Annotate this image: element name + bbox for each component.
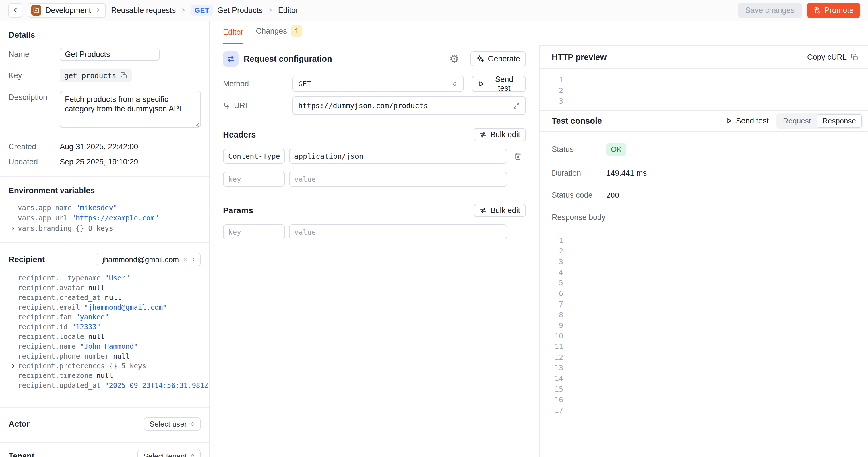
tenant-title: Tenant: [9, 452, 34, 457]
env-var-row: vars.app_url "https://example.com": [9, 213, 200, 223]
status-code-label: Status code: [552, 191, 606, 200]
environment-folder-icon: [31, 5, 41, 16]
save-changes-button[interactable]: Save changes: [738, 3, 802, 18]
status-label: Status: [552, 145, 606, 154]
request-config-icon: [223, 51, 239, 67]
json-line: 5: [552, 278, 858, 288]
curl-preview: 1 2 3: [539, 69, 868, 111]
name-input[interactable]: [60, 48, 160, 61]
breadcrumb-request-name[interactable]: Get Products: [217, 6, 262, 15]
generate-button[interactable]: Generate: [470, 51, 526, 66]
updated-value: Sep 25 2025, 19:10:29: [60, 158, 138, 166]
chevron-right-icon: [180, 7, 187, 13]
recipient-property-row: recipient.created_at null: [9, 293, 200, 303]
headers-rows: [223, 149, 526, 164]
request-response-toggle: Request Response: [776, 113, 863, 129]
recipient-property-row: recipient.email "jhammond@gmail.com": [9, 303, 200, 312]
json-line: 6: [552, 288, 858, 299]
recipient-property-row: recipient.fan "yankee": [9, 312, 200, 322]
json-line: 14: [552, 373, 858, 384]
sparkles-icon: [476, 55, 484, 63]
resize-handle-icon[interactable]: [194, 122, 199, 127]
environment-switcher[interactable]: Development: [28, 3, 106, 18]
gear-icon[interactable]: ⚙: [449, 53, 459, 64]
name-label: Name: [9, 50, 60, 59]
toggle-request[interactable]: Request: [777, 114, 817, 128]
key-label: Key: [9, 71, 60, 80]
recipient-property-row: recipient.__typename "User": [9, 273, 200, 283]
method-select[interactable]: GET: [292, 76, 464, 92]
delete-header-button[interactable]: [514, 152, 522, 160]
json-line: 12: [552, 352, 858, 363]
json-line: 1: [552, 235, 858, 246]
json-line: 2: [552, 246, 858, 256]
http-preview-title: HTTP preview: [552, 53, 807, 62]
topbar: Development Reusable requests GET Get Pr…: [0, 0, 868, 21]
json-line: 15: [552, 384, 858, 394]
recipient-property-row: recipient.updated_at "2025-09-23T14:56:3…: [9, 380, 200, 390]
recipient-select[interactable]: jhammond@gmail.com: [97, 253, 200, 266]
chevron-up-down-icon: [190, 453, 196, 457]
copy-icon[interactable]: [120, 72, 127, 79]
preview-panel: HTTP preview Copy cURL 1 2 3: [539, 21, 868, 457]
actor-select-button[interactable]: Select user: [144, 417, 200, 431]
clear-icon[interactable]: [183, 256, 187, 263]
expand-icon[interactable]: [513, 102, 520, 110]
tab-editor[interactable]: Editor: [223, 28, 243, 44]
params-title: Params: [223, 206, 474, 215]
key-chip: get-products: [60, 69, 132, 82]
details-sidebar: Details Name Key get-products Descriptio…: [0, 21, 210, 457]
url-input[interactable]: https://dummyjson.com/products: [292, 96, 526, 115]
duration-value: 149.441 ms: [606, 169, 647, 178]
tenant-select-button[interactable]: Select tenant: [137, 450, 200, 457]
header-value-input-empty[interactable]: [289, 172, 507, 187]
json-line: 17: [552, 405, 858, 416]
method-badge: GET: [191, 5, 213, 16]
header-key-input-empty[interactable]: [223, 172, 285, 187]
status-code-value: 200: [606, 191, 619, 200]
recipient-properties-list: recipient.__typename "User" recipient.av…: [9, 273, 200, 390]
tab-changes[interactable]: Changes 1: [256, 25, 302, 44]
duration-label: Duration: [552, 169, 606, 178]
copy-curl-button[interactable]: Copy cURL: [807, 53, 858, 62]
response-body-label: Response body: [552, 213, 606, 222]
environment-label: Development: [45, 6, 91, 15]
test-console-title: Test console: [552, 116, 718, 126]
json-line: 8: [552, 309, 858, 320]
param-value-input-empty[interactable]: [289, 224, 507, 239]
status-badge: OK: [606, 143, 626, 156]
toggle-response[interactable]: Response: [817, 114, 862, 128]
environment-variables-list: vars.app_name "mikesdev" vars.app_url "h…: [9, 203, 200, 234]
recipient-property-row: recipient.locale null: [9, 332, 200, 342]
params-bulk-edit-button[interactable]: Bulk edit: [474, 204, 526, 217]
description-textarea[interactable]: Fetch products from a specific category …: [60, 91, 201, 128]
details-title: Details: [9, 30, 200, 40]
curl-line: 1: [552, 74, 858, 85]
headers-bulk-edit-button[interactable]: Bulk edit: [474, 128, 526, 141]
breadcrumb-reusable-requests[interactable]: Reusable requests: [111, 6, 176, 15]
header-key-input[interactable]: [223, 149, 285, 164]
promote-button[interactable]: Promote: [807, 3, 860, 18]
chevron-up-down-icon: [191, 256, 196, 263]
expand-chevron-icon[interactable]: [10, 225, 18, 232]
back-button[interactable]: [8, 3, 22, 18]
env-var-row: vars.branding {} 0 keys: [9, 223, 200, 234]
header-row: [223, 149, 526, 164]
header-value-input[interactable]: [289, 149, 507, 164]
send-test-button[interactable]: Send test: [472, 76, 526, 92]
json-line: 13: [552, 363, 858, 373]
recipient-property-row: recipient.name "John Hammond": [9, 342, 200, 352]
expand-chevron-icon[interactable]: [10, 363, 18, 369]
json-line: 3: [552, 256, 858, 267]
chevron-right-icon: [95, 7, 101, 13]
bulk-edit-icon: [479, 207, 487, 214]
method-label: Method: [223, 80, 292, 88]
bulk-edit-icon: [479, 131, 487, 139]
description-label: Description: [9, 91, 60, 102]
param-key-input-empty[interactable]: [223, 224, 285, 239]
console-send-test-button[interactable]: Send test: [725, 117, 769, 125]
play-icon: [725, 117, 733, 125]
corner-down-right-icon: [223, 102, 230, 110]
recipient-property-row: recipient.phone_number null: [9, 352, 200, 361]
request-config-title: Request configuration: [244, 54, 444, 64]
